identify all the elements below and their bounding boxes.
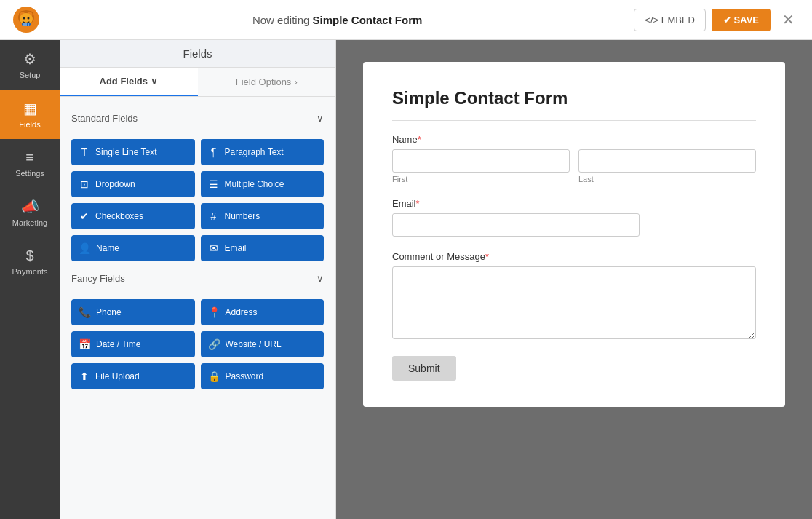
field-multiple-choice[interactable]: ☰ Multiple Choice [201, 171, 325, 197]
field-dropdown[interactable]: ⊡ Dropdown [71, 171, 195, 197]
sidebar-item-marketing[interactable]: 📣 Marketing [0, 188, 60, 237]
numbers-icon: # [208, 210, 220, 222]
svg-point-8 [28, 17, 30, 20]
sidebar-label-fields: Fields [19, 120, 40, 129]
sidebar-label-settings: Settings [15, 169, 44, 178]
name-label: Name* [392, 134, 756, 145]
sidebar-item-settings[interactable]: ≡ Settings [0, 139, 60, 188]
name-required: * [418, 134, 421, 145]
name-fields-row: First Last [392, 149, 756, 183]
field-paragraph-text[interactable]: ¶ Paragraph Text [201, 139, 325, 165]
main-layout: ⚙ Setup ▦ Fields ≡ Settings 📣 Marketing … [0, 40, 812, 519]
close-button[interactable]: ✕ [776, 8, 800, 31]
field-file-upload[interactable]: ⬆ File Upload [71, 363, 195, 389]
fields-icon: ▦ [23, 100, 37, 117]
date-time-icon: 📅 [79, 338, 91, 350]
setup-icon: ⚙ [23, 50, 36, 68]
address-icon: 📍 [208, 306, 220, 318]
form-preview: Simple Contact Form Name* First Last [363, 62, 785, 407]
app-logo [12, 5, 41, 34]
field-website-url[interactable]: 🔗 Website / URL [201, 331, 325, 357]
first-name-sublabel: First [392, 175, 570, 183]
first-name-wrap: First [392, 149, 570, 183]
sidebar-item-fields[interactable]: ▦ Fields [0, 90, 60, 139]
tabs-row: Add Fields ∨ Field Options › [60, 68, 335, 97]
field-numbers[interactable]: # Numbers [201, 203, 325, 229]
checkboxes-icon: ✔ [79, 210, 90, 222]
sidebar-label-setup: Setup [20, 71, 41, 79]
single-line-text-icon: T [79, 146, 90, 158]
form-title: Simple Contact Form [392, 88, 756, 121]
form-field-name: Name* First Last [392, 134, 756, 183]
field-single-line-text[interactable]: T Single Line Text [71, 139, 195, 165]
fields-panel: Fields Add Fields ∨ Field Options › Stan… [60, 40, 336, 519]
field-checkboxes[interactable]: ✔ Checkboxes [71, 203, 195, 229]
standard-fields-grid: T Single Line Text ¶ Paragraph Text ⊡ Dr… [71, 139, 324, 261]
submit-button[interactable]: Submit [392, 356, 456, 381]
svg-point-7 [23, 17, 25, 20]
last-name-sublabel: Last [578, 175, 756, 183]
field-phone[interactable]: 📞 Phone [71, 299, 195, 325]
field-address[interactable]: 📍 Address [201, 299, 325, 325]
name-icon: 👤 [79, 242, 91, 254]
fancy-fields-chevron: ∨ [317, 273, 324, 284]
last-name-wrap: Last [578, 149, 756, 183]
comment-label: Comment or Message* [392, 251, 756, 262]
sidebar-item-payments[interactable]: $ Payments [0, 237, 60, 286]
form-field-email: Email* [392, 198, 756, 237]
sidebar-label-payments: Payments [12, 267, 48, 276]
comment-textarea[interactable] [392, 266, 756, 339]
fields-panel-header: Fields [60, 40, 335, 68]
first-name-input[interactable] [392, 149, 570, 173]
sidebar-item-setup[interactable]: ⚙ Setup [0, 40, 60, 90]
website-url-icon: 🔗 [208, 338, 220, 350]
standard-divider [71, 130, 324, 130]
fields-scroll: Standard Fields ∨ T Single Line Text ¶ P… [60, 97, 335, 519]
sidebar-nav: ⚙ Setup ▦ Fields ≡ Settings 📣 Marketing … [0, 40, 60, 519]
email-input[interactable] [392, 213, 640, 237]
logo-area [12, 5, 41, 34]
tab-add-fields-chevron: ∨ [151, 76, 158, 87]
fancy-fields-grid: 📞 Phone 📍 Address 📅 Date / Time 🔗 Websit… [71, 299, 324, 389]
top-bar-actions: </> EMBED ✔ SAVE ✕ [634, 8, 800, 31]
fancy-fields-header: Fancy Fields ∨ [71, 273, 324, 284]
dropdown-icon: ⊡ [79, 178, 90, 190]
preview-area: Simple Contact Form Name* First Last [336, 40, 812, 519]
comment-required: * [485, 251, 489, 262]
tab-field-options-chevron: › [294, 76, 297, 87]
tab-add-fields[interactable]: Add Fields ∨ [60, 68, 198, 96]
file-upload-icon: ⬆ [79, 371, 90, 382]
multiple-choice-icon: ☰ [208, 178, 220, 190]
phone-icon: 📞 [79, 306, 91, 318]
password-icon: 🔒 [208, 371, 220, 382]
field-name[interactable]: 👤 Name [71, 235, 195, 261]
top-bar: Now editing Simple Contact Form </> EMBE… [0, 0, 812, 40]
sidebar-label-marketing: Marketing [12, 218, 47, 227]
editing-title: Now editing Simple Contact Form [41, 14, 634, 26]
email-icon: ✉ [208, 242, 220, 254]
payments-icon: $ [25, 247, 33, 264]
field-email[interactable]: ✉ Email [201, 235, 325, 261]
standard-fields-header: Standard Fields ∨ [71, 113, 324, 124]
standard-fields-chevron: ∨ [317, 113, 324, 124]
email-required: * [416, 198, 420, 209]
field-password[interactable]: 🔒 Password [201, 363, 325, 389]
tab-field-options[interactable]: Field Options › [198, 68, 336, 96]
settings-icon: ≡ [25, 149, 34, 166]
embed-button[interactable]: </> EMBED [634, 9, 706, 31]
form-field-comment: Comment or Message* [392, 251, 756, 341]
save-button[interactable]: ✔ SAVE [712, 9, 771, 31]
marketing-icon: 📣 [21, 198, 39, 215]
field-date-time[interactable]: 📅 Date / Time [71, 331, 195, 357]
paragraph-text-icon: ¶ [208, 146, 220, 158]
email-label: Email* [392, 198, 756, 209]
fancy-divider [71, 290, 324, 290]
last-name-input[interactable] [578, 149, 756, 173]
